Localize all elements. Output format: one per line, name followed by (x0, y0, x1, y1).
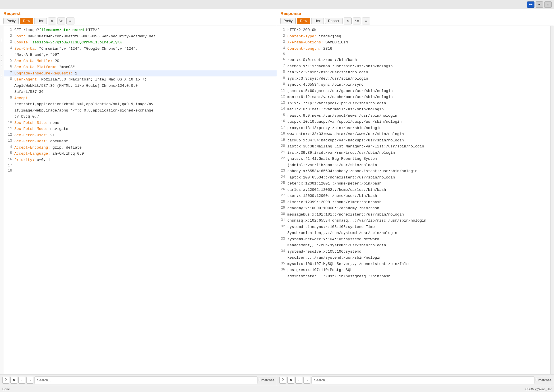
response-settings-btn[interactable]: ⚙ (287, 377, 294, 384)
response-btn-newline[interactable]: \n (353, 18, 361, 24)
line-content: "Not-A.Brand";v="99" (14, 52, 277, 58)
request-search-input[interactable] (34, 376, 257, 384)
line-content: Safari/537.36 (14, 89, 277, 95)
response-tab-raw[interactable]: Raw (297, 18, 310, 24)
line-content: mail:x:8:8:mail:/var/mail:/usr/sbin/nolo… (287, 107, 550, 112)
response-help-btn[interactable]: ? (279, 377, 286, 384)
line-part: ;v=b3;q=0.7 (14, 114, 39, 119)
response-tab-render[interactable]: Render (325, 18, 343, 24)
request-content[interactable]: 1GET /image?filename=/etc/passwd HTTP/22… (4, 26, 277, 374)
response-panel-header: Response Pretty Raw Hex Render ⇅ \n ≡ (277, 9, 554, 26)
line-part: Resolver,,,:/run/systemd:/usr/sbin/nolog… (287, 255, 382, 260)
table-row: 11Sec-Fetch-Mode: navigate (4, 126, 277, 132)
line-part: Accept-Encoding: (14, 145, 53, 150)
line-number (277, 230, 287, 230)
line-number: 21 (277, 150, 287, 154)
table-row: 4Sec-Ch-Ua: "Chromium";v="124", "Google … (4, 46, 277, 52)
line-number: 30 (277, 212, 287, 216)
status-right: CSDN @Wine_Jar (525, 387, 552, 391)
request-help-btn[interactable]: ? (2, 377, 9, 384)
line-number: 14 (277, 107, 287, 111)
response-panel: Response Pretty Raw Hex Render ⇅ \n ≡ 1H… (277, 9, 554, 386)
window-close-btn[interactable]: ✕ (544, 1, 552, 8)
line-part: Accept: (14, 96, 32, 100)
gutter-mark-10: ┤ (0, 74, 4, 79)
response-content[interactable]: 1HTTP/2 200 OK2Content-Type: image/jpeg3… (277, 26, 550, 374)
table-row: ;v=b3;q=0.7 (4, 114, 277, 120)
request-btn-sort[interactable]: ⇅ (48, 18, 56, 24)
line-content: Sec-Ch-Ua: "Chromium";v="124", "Google C… (14, 46, 277, 52)
line-content: ;v=b3;q=0.7 (14, 114, 277, 120)
status-bar: Done CSDN @Wine_Jar (0, 386, 554, 392)
line-number: 3 (277, 40, 287, 44)
line-part: gnats:x:41:41:Gnats Bug-Reporting System (287, 157, 377, 161)
line-content: irc:x:39:39:ircd:/var/run/ircd:/usr/sbin… (287, 150, 550, 156)
line-number: 7 (4, 71, 14, 75)
line-content: Sec-Fetch-Dest: document (14, 139, 277, 144)
line-number: 32 (277, 224, 287, 228)
line-number (277, 162, 287, 163)
line-number: 15 (277, 113, 287, 117)
line-part: text/html,application/xhtml+xml,applicat… (14, 102, 153, 106)
line-part: Upgrade-Insecure-Requests: (14, 71, 75, 76)
line-number: 1 (4, 27, 14, 32)
request-panel: Request Pretty Raw Hex ⇅ \n ≡ ┤ ┤ ┤ ┤ (0, 9, 277, 386)
request-back-btn[interactable]: ← (18, 377, 25, 384)
gutter-mark-15 (0, 99, 4, 105)
response-back-btn[interactable]: ← (295, 377, 302, 384)
response-matches-label: 0 matches (536, 378, 551, 382)
table-row: 21irc:x:39:39:ircd:/var/run/ircd:/usr/sb… (277, 150, 550, 156)
gutter-mark-2 (0, 32, 4, 37)
line-part: HTTP/2 (84, 28, 100, 32)
request-btn-menu[interactable]: ≡ (66, 18, 74, 24)
table-row: 7daemon:x:1:1:daemon:/usr/sbin:/usr/sbin… (277, 63, 550, 70)
line-part: Content-Type: (287, 34, 319, 39)
line-content: (admin):/var/lib/gnats:/usr/sbin/nologin (287, 162, 550, 168)
line-number: 16 (4, 157, 14, 162)
line-part: X-Frame-Options: (287, 40, 326, 45)
window-tile-btn[interactable]: ■■ (527, 1, 534, 8)
response-tab-pretty[interactable]: Pretty (280, 18, 296, 24)
table-row: 5Sec-Ch-Ua-Mobile: ?0 (4, 58, 277, 64)
response-forward-btn[interactable]: → (303, 377, 310, 384)
line-part: messagebus:x:101:101::/nonexistent:/usr/… (287, 212, 404, 217)
table-row: 8User-Agent: Mozilla/5.0 (Macintosh; Int… (4, 76, 277, 83)
table-row: 22gnats:x:41:41:Gnats Bug-Reporting Syst… (277, 156, 550, 162)
request-forward-btn[interactable]: → (26, 377, 33, 384)
line-number: 25 (277, 181, 287, 185)
line-part: 1 (75, 71, 77, 76)
line-part: document (50, 139, 68, 143)
request-btn-newline[interactable]: \n (57, 18, 65, 24)
response-btn-menu[interactable]: ≡ (362, 18, 370, 24)
line-number: 3 (4, 40, 14, 44)
top-bar: ■■ — ✕ (0, 0, 554, 9)
table-row: 25peter:x:12001:12001::/home/peter:/bin/… (277, 180, 550, 187)
table-row: Resolver,,,:/run/systemd:/usr/sbin/nolog… (277, 255, 550, 261)
table-row: 10sync:x:4:65534:sync:/bin:/bin/sync (277, 82, 550, 88)
line-part: user:x:12000:12000::/home/user:/bin/bash (287, 194, 377, 198)
response-scrollbar[interactable] (550, 26, 554, 374)
response-search-input[interactable] (311, 376, 534, 384)
line-part: (admin):/var/lib/gnats:/usr/sbin/nologin (287, 163, 377, 167)
request-settings-btn[interactable]: ⚙ (10, 377, 17, 384)
request-tab-pretty[interactable]: Pretty (3, 18, 19, 24)
request-panel-header: Request Pretty Raw Hex ⇅ \n ≡ (0, 9, 277, 26)
line-part: games:x:5:60:games:/usr/games:/usr/sbin/… (287, 89, 393, 93)
line-content: carlos:x:12002:12002::/home/carlos:/bin/… (287, 187, 550, 193)
line-part: bin:x:2:2:bin:/bin:/usr/sbin/nologin (287, 70, 368, 74)
request-tab-hex[interactable]: Hex (34, 18, 47, 24)
window-min-btn[interactable]: — (536, 1, 543, 8)
request-tab-raw[interactable]: Raw (20, 18, 33, 24)
table-row: 11games:x:5:60:games:/usr/games:/usr/sbi… (277, 88, 550, 94)
line-number: 10 (4, 120, 14, 124)
line-content: Management,,,:/run/systemd:/usr/sbin/nol… (287, 243, 550, 248)
line-number: 16 (277, 119, 287, 123)
line-content: HTTP/2 200 OK (287, 27, 550, 33)
table-row: 29academy:x:10000:10000::/academy:/bin/b… (277, 205, 550, 212)
response-btn-sort[interactable]: ⇅ (344, 18, 352, 24)
line-part: lp:x:7:7:lp:/var/spool/lpd:/usr/sbin/nol… (287, 101, 386, 105)
line-part: www-data:x:33:33:www-data:/var/www:/usr/… (287, 132, 404, 136)
response-tab-hex[interactable]: Hex (311, 18, 324, 24)
line-part: mysql:x:106:107:MySQL Server,,,:/nonexis… (287, 262, 411, 266)
line-content: Priority: u=0, i (14, 157, 277, 163)
